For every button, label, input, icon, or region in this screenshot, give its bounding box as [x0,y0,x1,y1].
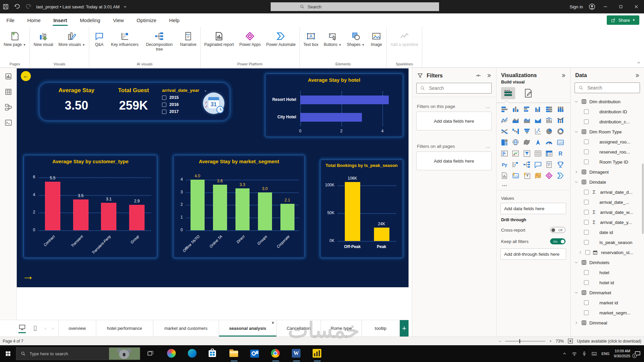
zoom-in-icon[interactable]: + [549,339,552,344]
visual-type-kpi-icon[interactable] [511,149,520,158]
clock[interactable]: 10:09 AM 9/30/2025 [614,349,630,359]
table-dimmeal[interactable]: Dimmeal [571,318,644,328]
zoom-out-icon[interactable]: − [499,339,501,344]
visual-type-decomposition-tree-icon[interactable] [522,160,532,169]
visual-type-dynamic-slicer-icon[interactable] [522,171,532,180]
bar-Transient-Party[interactable] [101,203,116,230]
save-icon[interactable] [0,0,11,13]
bar-City Hotel[interactable] [300,113,362,122]
bar-Offline TA/TO[interactable] [191,180,205,230]
visual-type-table-icon[interactable] [533,149,543,158]
bar-Group[interactable] [129,205,145,231]
expand-chevron-icon[interactable] [574,291,579,295]
bar-Groups[interactable] [258,192,272,231]
ribbon-item-new-visual[interactable]: New visual [31,29,55,47]
field-market-id[interactable]: market id [571,298,644,308]
slicer-year-2017[interactable]: 2017 [162,109,212,114]
new-page-button[interactable]: + [400,320,409,337]
visual-type-scatter-icon[interactable] [533,127,543,136]
menu-modeling[interactable]: Modeling [76,13,104,27]
visual-type-clustered-column-icon[interactable] [533,105,543,114]
visual-type-matrix-icon[interactable] [544,149,554,158]
field-checkbox[interactable] [584,300,589,305]
visual-type-clustered-bar-icon[interactable] [522,105,532,114]
global-search-input[interactable]: Search [271,2,439,11]
table-dimhotels[interactable]: Dimhotels [571,257,644,267]
bar-Resort Hotel[interactable] [300,96,389,104]
maximize-button[interactable] [613,0,629,13]
task-view-icon[interactable] [143,345,158,362]
ribbon-item-shapes[interactable]: Shapes ▼ [344,29,367,47]
visual-type-metrics-icon[interactable] [556,160,565,169]
dax-view-icon[interactable] [4,119,12,127]
table-dimmarket[interactable]: Dimmarket [571,288,644,298]
ribbon-item-qa[interactable]: Q&A [91,29,108,47]
expand-chevron-icon[interactable] [574,170,579,174]
ribbon-item-image[interactable]: Image [368,29,385,47]
touch-keyboard-icon[interactable] [591,351,597,357]
sign-in-link[interactable]: Sign in [570,4,583,9]
visual-type-gauge-icon[interactable] [544,138,554,147]
visual-type-line-stacked-column-icon[interactable] [544,116,554,125]
expand-chevron-icon[interactable] [578,250,583,254]
bar-Corporate[interactable] [280,204,294,230]
values-dropzone[interactable]: Add data fields here [500,203,566,214]
visual-type-stacked-area-icon[interactable] [522,116,532,125]
visual-type-python-icon[interactable]: Py [500,160,509,169]
more-visual-types[interactable]: … [496,180,570,188]
taskbar-app-store-icon[interactable] [209,349,218,358]
field-checkbox[interactable] [584,230,589,235]
visual-type-treemap-icon[interactable] [500,138,509,147]
field-checkbox[interactable] [584,149,589,154]
field-distribution-id[interactable]: distribution ID [571,107,644,117]
field-checkbox[interactable] [584,160,589,164]
field-checkbox[interactable] [584,220,589,225]
field-hotel-id[interactable]: hotel id [571,278,644,288]
visual-type-power-apps-icon[interactable] [544,171,554,180]
page-tab-overview[interactable]: overview [58,320,96,337]
taskbar-app-chrome-icon[interactable] [271,349,280,358]
page-tab-tooltip[interactable]: tooltip [362,320,400,337]
visual-type-hundred-bar-icon[interactable] [544,105,554,114]
page-tab-Cancellation[interactable]: Cancellation [276,320,321,337]
table-dimagent[interactable]: Dimagent [571,167,644,177]
visual-type-paginated-report-icon[interactable] [500,171,509,180]
tray-chevron-up-icon[interactable] [562,351,567,356]
collapse-pane-icon[interactable] [486,73,492,78]
visual-type-power-automate-icon[interactable] [556,171,565,180]
bar-Off-Peak[interactable] [345,182,360,241]
back-arrow-button[interactable]: ← [21,71,31,81]
visual-type-slicer-icon[interactable] [522,149,532,158]
checkbox[interactable] [162,96,166,100]
collapse-pane-icon[interactable] [634,73,640,78]
next-page-arrow-button[interactable]: → [22,269,34,283]
visual-type-ribbon-icon[interactable] [500,127,509,136]
menu-home[interactable]: Home [24,13,44,27]
field-checkbox[interactable] [584,210,589,215]
ribbon-item-power-apps[interactable]: Power Apps [237,29,263,47]
action-center-icon[interactable]: 1 [635,351,641,357]
visual-type-waterfall-icon[interactable] [511,127,520,136]
visual-type-line-clustered-column-icon[interactable] [556,116,565,125]
desktop-view-icon[interactable] [18,324,26,333]
taskbar-app-photos-icon[interactable] [167,349,176,358]
report-view-icon[interactable] [4,72,12,80]
chart-total-bookings-by-peak-season[interactable]: Total Bookings by Is_peak_season0K50K100… [320,159,403,258]
page-tab-seasonal-analysis[interactable]: seasonal analysisx [219,320,276,337]
field-market-segm-[interactable]: market_segm... [571,308,644,318]
field-date-id[interactable]: date id [571,227,644,237]
fit-to-page-icon[interactable] [568,339,573,344]
share-button[interactable]: Share▼ [607,15,639,25]
field-distribution-c-[interactable]: distribution_c... [571,117,644,127]
bar-Online TA[interactable] [213,185,227,230]
visual-type-map-icon[interactable] [511,138,520,147]
visual-type-card-icon[interactable]: 123 [556,138,565,147]
title-chevron-down-icon[interactable] [122,4,128,9]
field-checkbox[interactable] [584,270,589,275]
table-view-icon[interactable] [4,88,12,96]
filters-search-input[interactable]: Search [416,83,492,94]
field-reservation-st-[interactable]: reservation_st... [571,247,644,257]
close-button[interactable] [629,0,644,13]
visual-type-stacked-bar-icon[interactable] [500,105,509,114]
chart-average-stay-by-customer-type[interactable]: Average Stay by customer_type02465.5Cont… [23,155,157,258]
